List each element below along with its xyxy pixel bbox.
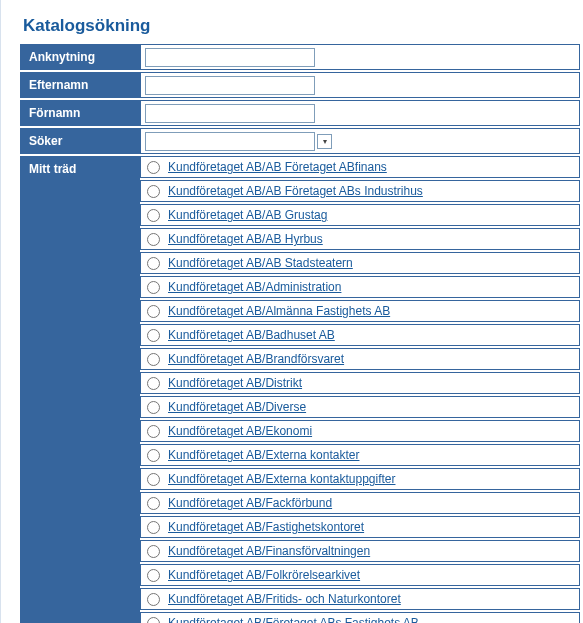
tree-radio[interactable]: [147, 497, 160, 510]
tree-row: Kundföretaget AB/Administration: [140, 276, 580, 298]
tree-radio[interactable]: [147, 593, 160, 606]
tree-radio[interactable]: [147, 209, 160, 222]
input-soker[interactable]: [145, 132, 315, 151]
label-mitt-trad: Mitt träd: [20, 156, 140, 623]
tree-radio[interactable]: [147, 377, 160, 390]
tree-radio[interactable]: [147, 617, 160, 624]
tree-link[interactable]: Kundföretaget AB/Fackförbund: [168, 496, 332, 510]
tree-link[interactable]: Kundföretaget AB/Finansförvaltningen: [168, 544, 370, 558]
dropdown-button[interactable]: ▾: [317, 134, 332, 149]
tree-radio[interactable]: [147, 521, 160, 534]
tree-row: Kundföretaget AB/AB Hyrbus: [140, 228, 580, 250]
input-anknytning[interactable]: [145, 48, 315, 67]
tree-row: Kundföretaget AB/Fastighetskontoret: [140, 516, 580, 538]
row-mitt-trad: Mitt träd Kundföretaget AB/AB Företaget …: [20, 156, 580, 623]
tree-link[interactable]: Kundföretaget AB/AB Grustag: [168, 208, 327, 222]
tree-link[interactable]: Kundföretaget AB/Distrikt: [168, 376, 302, 390]
tree-radio[interactable]: [147, 449, 160, 462]
tree-radio[interactable]: [147, 353, 160, 366]
tree-radio[interactable]: [147, 401, 160, 414]
tree-link[interactable]: Kundföretaget AB/Ekonomi: [168, 424, 312, 438]
tree-row: Kundföretaget AB/Finansförvaltningen: [140, 540, 580, 562]
label-anknytning: Anknytning: [20, 44, 140, 70]
tree-row: Kundföretaget AB/Fackförbund: [140, 492, 580, 514]
tree-link[interactable]: Kundföretaget AB/Fritids- och Naturkonto…: [168, 592, 401, 606]
tree-radio[interactable]: [147, 161, 160, 174]
search-form: Anknytning Efternamn Förnamn Söker ▾ Mit…: [20, 42, 580, 623]
chevron-down-icon: ▾: [323, 137, 327, 146]
tree-link[interactable]: Kundföretaget AB/Externa kontaktuppgifte…: [168, 472, 395, 486]
tree-row: Kundföretaget AB/Företaget ABs Fastighet…: [140, 612, 580, 623]
row-anknytning: Anknytning: [20, 44, 580, 70]
tree-row: Kundföretaget AB/Fritids- och Naturkonto…: [140, 588, 580, 610]
tree-link[interactable]: Kundföretaget AB/Fastighetskontoret: [168, 520, 364, 534]
tree-row: Kundföretaget AB/Badhuset AB: [140, 324, 580, 346]
tree-row: Kundföretaget AB/Brandförsvaret: [140, 348, 580, 370]
tree-row: Kundföretaget AB/Ekonomi: [140, 420, 580, 442]
tree-row: Kundföretaget AB/AB Företaget ABs Indust…: [140, 180, 580, 202]
tree-link[interactable]: Kundföretaget AB/Diverse: [168, 400, 306, 414]
row-fornamn: Förnamn: [20, 100, 580, 126]
tree-radio[interactable]: [147, 305, 160, 318]
tree-link[interactable]: Kundföretaget AB/Folkrörelsearkivet: [168, 568, 360, 582]
tree-row: Kundföretaget AB/AB Stadsteatern: [140, 252, 580, 274]
tree-radio[interactable]: [147, 185, 160, 198]
tree-row: Kundföretaget AB/AB Företaget ABfinans: [140, 156, 580, 178]
tree-link[interactable]: Kundföretaget AB/AB Företaget ABs Indust…: [168, 184, 423, 198]
tree-link[interactable]: Kundföretaget AB/Externa kontakter: [168, 448, 359, 462]
tree-link[interactable]: Kundföretaget AB/Badhuset AB: [168, 328, 335, 342]
input-efternamn[interactable]: [145, 76, 315, 95]
tree-radio[interactable]: [147, 473, 160, 486]
tree-row: Kundföretaget AB/Distrikt: [140, 372, 580, 394]
tree-radio[interactable]: [147, 545, 160, 558]
tree-link[interactable]: Kundföretaget AB/AB Hyrbus: [168, 232, 323, 246]
tree-link[interactable]: Kundföretaget AB/AB Företaget ABfinans: [168, 160, 387, 174]
label-efternamn: Efternamn: [20, 72, 140, 98]
tree-container: Kundföretaget AB/AB Företaget ABfinansKu…: [140, 156, 580, 623]
tree-row: Kundföretaget AB/Almänna Fastighets AB: [140, 300, 580, 322]
tree-link[interactable]: Kundföretaget AB/Företaget ABs Fastighet…: [168, 616, 419, 623]
row-efternamn: Efternamn: [20, 72, 580, 98]
tree-link[interactable]: Kundföretaget AB/Administration: [168, 280, 341, 294]
tree-row: Kundföretaget AB/AB Grustag: [140, 204, 580, 226]
tree-link[interactable]: Kundföretaget AB/Almänna Fastighets AB: [168, 304, 390, 318]
tree-radio[interactable]: [147, 257, 160, 270]
label-soker: Söker: [20, 128, 140, 154]
tree-link[interactable]: Kundföretaget AB/Brandförsvaret: [168, 352, 344, 366]
page-title: Katalogsökning: [23, 16, 579, 36]
tree-link[interactable]: Kundföretaget AB/AB Stadsteatern: [168, 256, 353, 270]
tree-row: Kundföretaget AB/Externa kontaktuppgifte…: [140, 468, 580, 490]
tree-radio[interactable]: [147, 233, 160, 246]
tree-radio[interactable]: [147, 425, 160, 438]
label-fornamn: Förnamn: [20, 100, 140, 126]
tree-row: Kundföretaget AB/Diverse: [140, 396, 580, 418]
tree-row: Kundföretaget AB/Folkrörelsearkivet: [140, 564, 580, 586]
tree-row: Kundföretaget AB/Externa kontakter: [140, 444, 580, 466]
input-fornamn[interactable]: [145, 104, 315, 123]
row-soker: Söker ▾: [20, 128, 580, 154]
tree-radio[interactable]: [147, 329, 160, 342]
tree-radio[interactable]: [147, 281, 160, 294]
tree-radio[interactable]: [147, 569, 160, 582]
